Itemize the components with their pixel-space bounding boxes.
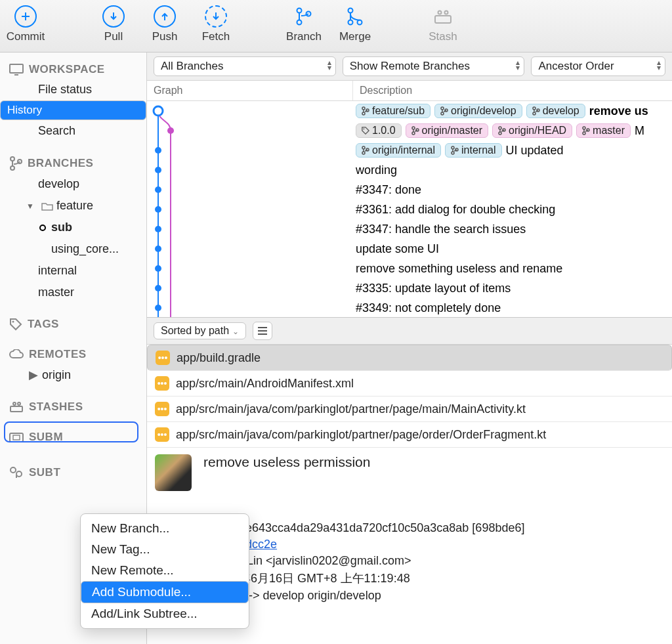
commit-description: UI updated [506,144,564,158]
sidebar-item-search[interactable]: Search [0,120,146,142]
sidebar-item-filestatus[interactable]: File status [0,79,146,100]
file-status-icon: ••• [155,376,169,391]
commit-row[interactable]: update some UI [353,239,672,259]
sidebar-remote-origin[interactable]: ▶origin [0,364,146,386]
ref-tag[interactable]: develop [526,104,585,118]
list-icon [257,327,268,335]
file-status-icon: ••• [155,402,169,416]
sidebar-branch-master[interactable]: master [0,282,146,303]
stashes-header[interactable]: STASHES [0,394,146,416]
file-row[interactable]: •••app/src/main/java/com/parkinglot/part… [147,422,672,448]
stash-button[interactable]: Stash [417,3,469,43]
sidebar-branch-using-core[interactable]: using_core... [0,238,146,260]
commit-description: wording [356,163,397,177]
fetch-button[interactable]: Fetch [190,3,242,43]
ref-tag[interactable]: master [576,123,631,138]
commit-message: remove useless permission [203,454,370,491]
commit-description: remove us [589,104,648,118]
ref-tag[interactable]: origin/master [406,123,488,138]
list-view-button[interactable] [253,322,272,340]
ref-tag[interactable]: origin/HEAD [492,123,572,138]
sidebar-branch-internal[interactable]: internal [0,260,146,282]
submodule-icon [9,431,24,443]
file-path: app/src/main/AndroidManifest.xml [176,377,354,391]
commit-row[interactable]: remove something useless and rename [353,259,672,278]
sort-dropdown[interactable]: Sorted by path ⌄ [154,322,246,339]
subtree-icon [9,466,24,479]
subtrees-header[interactable]: SUBT [0,460,146,482]
submodules-header[interactable]: SUBM [0,424,146,446]
commit-button[interactable]: Commit [0,3,51,43]
branch-button[interactable]: Branch [278,3,329,43]
commit-description: update some UI [356,242,439,256]
menu-new-branch[interactable]: New Branch... [81,518,249,539]
sidebar-branch-sub[interactable]: sub [0,217,146,238]
svg-rect-17 [10,433,23,442]
pull-button[interactable]: Pull [88,3,139,43]
svg-point-57 [452,152,454,154]
commit-row[interactable]: #3347: done [353,180,672,200]
svg-point-43 [364,129,365,130]
file-row[interactable]: •••app/src/main/java/com/parkinglot/part… [147,397,672,422]
svg-point-28 [155,206,161,213]
remote-filter[interactable]: Show Remote Branches▴▾ [343,56,525,76]
commit-hash: 698bde643cca4da29a431da720cf10c50a3ca8ab… [213,521,664,535]
svg-rect-14 [10,406,22,412]
col-graph[interactable]: Graph [147,81,353,100]
commit-row[interactable]: feature/sub origin/develop developremove… [353,101,672,121]
stash-icon [432,5,454,28]
chevron-down-icon: ▼ [26,202,34,211]
commit-row[interactable]: #3335: update layout of items [353,278,672,298]
ref-tag[interactable]: internal [445,143,501,158]
ref-tag[interactable]: origin/develop [434,104,522,118]
svg-point-16 [18,402,20,405]
monitor-icon [9,64,24,75]
current-branch-icon [39,225,46,231]
push-button[interactable]: Push [139,3,190,43]
commit-date: 2017年6月16日 GMT+8 上午11:19:48 [213,570,664,586]
file-row[interactable]: •••app/build.gradle [147,345,672,371]
svg-point-51 [583,132,585,135]
svg-point-4 [348,20,353,25]
commit-row[interactable]: #3361: add dialog for double checking [353,200,672,219]
branches-filter[interactable]: All Branches▴▾ [154,56,336,76]
ref-tag[interactable]: origin/internal [356,143,441,158]
commit-description: #3361: add dialog for double checking [356,203,555,217]
sidebar-item-history[interactable]: History [0,100,146,120]
commit-row[interactable]: origin/internal internalUI updated [353,140,672,160]
merge-button[interactable]: Merge [329,3,381,43]
svg-point-20 [16,471,22,477]
commit-row[interactable]: 1.0.0 origin/master origin/HEAD masterM [353,121,672,140]
sidebar-branch-develop[interactable]: develop [0,173,146,195]
remotes-header[interactable]: REMOTES [0,341,146,364]
ref-tag[interactable]: 1.0.0 [356,123,402,138]
file-row[interactable]: •••app/src/main/AndroidManifest.xml [147,371,672,397]
svg-point-15 [13,402,16,405]
svg-point-1 [297,20,302,25]
commit-detail: remove useless permission [147,448,672,498]
workspace-header[interactable]: WORKSPACE [0,56,146,79]
updown-icon: ▴▾ [516,60,520,70]
svg-point-34 [362,107,365,110]
file-path: app/src/main/java/com/parkinglot/partner… [176,428,546,442]
commit-row[interactable]: #3349: not completely done [353,298,672,317]
menu-new-remote[interactable]: New Remote... [81,560,249,581]
tag-icon [9,318,22,331]
ref-tag[interactable]: feature/sub [356,104,430,118]
fetch-icon [205,5,227,28]
commit-row[interactable]: wording [353,160,672,180]
col-description[interactable]: Description [353,81,672,100]
branches-header[interactable]: BRANCHES [0,150,146,173]
menu-add-link-subtree[interactable]: Add/Link Subtree... [81,603,249,624]
svg-point-7 [438,11,442,14]
menu-new-tag[interactable]: New Tag... [81,539,249,560]
commit-row[interactable]: #3347: handle the search issues [353,219,672,239]
svg-point-54 [362,152,365,154]
menu-add-submodule[interactable]: Add Submodule... [81,581,249,603]
order-filter[interactable]: Ancestor Order▴▾ [531,56,665,76]
svg-point-29 [155,226,161,232]
svg-point-25 [155,147,161,154]
sidebar-branch-feature[interactable]: ▼ feature [0,195,146,217]
svg-point-26 [155,167,161,173]
tags-header[interactable]: TAGS [0,311,146,333]
